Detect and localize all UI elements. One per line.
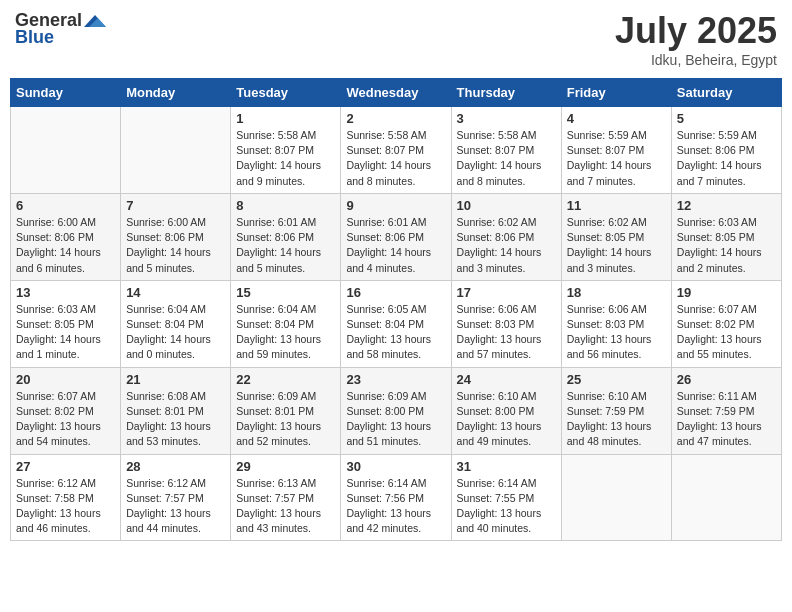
day-info: Sunrise: 6:03 AMSunset: 8:05 PMDaylight:… [677, 215, 776, 276]
day-info: Sunrise: 6:14 AMSunset: 7:55 PMDaylight:… [457, 476, 556, 537]
calendar-cell: 18Sunrise: 6:06 AMSunset: 8:03 PMDayligh… [561, 280, 671, 367]
calendar-cell [11, 107, 121, 194]
day-number: 15 [236, 285, 335, 300]
calendar-cell [561, 454, 671, 541]
day-number: 7 [126, 198, 225, 213]
day-info: Sunrise: 6:09 AMSunset: 8:01 PMDaylight:… [236, 389, 335, 450]
day-info: Sunrise: 5:59 AMSunset: 8:07 PMDaylight:… [567, 128, 666, 189]
calendar-week-row: 20Sunrise: 6:07 AMSunset: 8:02 PMDayligh… [11, 367, 782, 454]
calendar-cell: 4Sunrise: 5:59 AMSunset: 8:07 PMDaylight… [561, 107, 671, 194]
calendar-cell: 16Sunrise: 6:05 AMSunset: 8:04 PMDayligh… [341, 280, 451, 367]
day-info: Sunrise: 6:14 AMSunset: 7:56 PMDaylight:… [346, 476, 445, 537]
day-number: 2 [346, 111, 445, 126]
calendar-cell: 30Sunrise: 6:14 AMSunset: 7:56 PMDayligh… [341, 454, 451, 541]
weekday-header-wednesday: Wednesday [341, 79, 451, 107]
calendar-cell: 8Sunrise: 6:01 AMSunset: 8:06 PMDaylight… [231, 193, 341, 280]
day-number: 12 [677, 198, 776, 213]
calendar-cell: 13Sunrise: 6:03 AMSunset: 8:05 PMDayligh… [11, 280, 121, 367]
calendar-cell: 25Sunrise: 6:10 AMSunset: 7:59 PMDayligh… [561, 367, 671, 454]
calendar-cell: 26Sunrise: 6:11 AMSunset: 7:59 PMDayligh… [671, 367, 781, 454]
day-info: Sunrise: 6:06 AMSunset: 8:03 PMDaylight:… [567, 302, 666, 363]
day-number: 10 [457, 198, 556, 213]
calendar-cell: 19Sunrise: 6:07 AMSunset: 8:02 PMDayligh… [671, 280, 781, 367]
day-number: 19 [677, 285, 776, 300]
calendar-cell: 31Sunrise: 6:14 AMSunset: 7:55 PMDayligh… [451, 454, 561, 541]
day-info: Sunrise: 6:02 AMSunset: 8:06 PMDaylight:… [457, 215, 556, 276]
day-info: Sunrise: 5:58 AMSunset: 8:07 PMDaylight:… [457, 128, 556, 189]
calendar-cell [121, 107, 231, 194]
day-number: 27 [16, 459, 115, 474]
day-info: Sunrise: 6:08 AMSunset: 8:01 PMDaylight:… [126, 389, 225, 450]
day-info: Sunrise: 6:00 AMSunset: 8:06 PMDaylight:… [16, 215, 115, 276]
day-info: Sunrise: 6:02 AMSunset: 8:05 PMDaylight:… [567, 215, 666, 276]
calendar-cell: 2Sunrise: 5:58 AMSunset: 8:07 PMDaylight… [341, 107, 451, 194]
day-info: Sunrise: 6:04 AMSunset: 8:04 PMDaylight:… [126, 302, 225, 363]
calendar-week-row: 27Sunrise: 6:12 AMSunset: 7:58 PMDayligh… [11, 454, 782, 541]
calendar-week-row: 6Sunrise: 6:00 AMSunset: 8:06 PMDaylight… [11, 193, 782, 280]
calendar-cell: 9Sunrise: 6:01 AMSunset: 8:06 PMDaylight… [341, 193, 451, 280]
day-number: 14 [126, 285, 225, 300]
day-info: Sunrise: 6:13 AMSunset: 7:57 PMDaylight:… [236, 476, 335, 537]
location: Idku, Beheira, Egypt [615, 52, 777, 68]
day-info: Sunrise: 6:12 AMSunset: 7:57 PMDaylight:… [126, 476, 225, 537]
calendar-cell: 1Sunrise: 5:58 AMSunset: 8:07 PMDaylight… [231, 107, 341, 194]
weekday-header-saturday: Saturday [671, 79, 781, 107]
day-number: 18 [567, 285, 666, 300]
day-info: Sunrise: 6:10 AMSunset: 7:59 PMDaylight:… [567, 389, 666, 450]
day-number: 28 [126, 459, 225, 474]
calendar-cell: 21Sunrise: 6:08 AMSunset: 8:01 PMDayligh… [121, 367, 231, 454]
calendar-cell: 28Sunrise: 6:12 AMSunset: 7:57 PMDayligh… [121, 454, 231, 541]
logo-icon [84, 13, 106, 29]
day-info: Sunrise: 6:04 AMSunset: 8:04 PMDaylight:… [236, 302, 335, 363]
calendar-week-row: 13Sunrise: 6:03 AMSunset: 8:05 PMDayligh… [11, 280, 782, 367]
day-info: Sunrise: 6:03 AMSunset: 8:05 PMDaylight:… [16, 302, 115, 363]
day-info: Sunrise: 6:07 AMSunset: 8:02 PMDaylight:… [16, 389, 115, 450]
day-number: 25 [567, 372, 666, 387]
calendar-cell: 23Sunrise: 6:09 AMSunset: 8:00 PMDayligh… [341, 367, 451, 454]
day-number: 5 [677, 111, 776, 126]
calendar-cell: 14Sunrise: 6:04 AMSunset: 8:04 PMDayligh… [121, 280, 231, 367]
page-header: General Blue July 2025 Idku, Beheira, Eg… [10, 10, 782, 68]
calendar-cell: 29Sunrise: 6:13 AMSunset: 7:57 PMDayligh… [231, 454, 341, 541]
calendar-cell [671, 454, 781, 541]
calendar-cell: 5Sunrise: 5:59 AMSunset: 8:06 PMDaylight… [671, 107, 781, 194]
day-number: 17 [457, 285, 556, 300]
day-info: Sunrise: 5:58 AMSunset: 8:07 PMDaylight:… [236, 128, 335, 189]
weekday-header-row: SundayMondayTuesdayWednesdayThursdayFrid… [11, 79, 782, 107]
calendar-cell: 20Sunrise: 6:07 AMSunset: 8:02 PMDayligh… [11, 367, 121, 454]
calendar-cell: 10Sunrise: 6:02 AMSunset: 8:06 PMDayligh… [451, 193, 561, 280]
day-number: 26 [677, 372, 776, 387]
day-info: Sunrise: 6:00 AMSunset: 8:06 PMDaylight:… [126, 215, 225, 276]
calendar-cell: 7Sunrise: 6:00 AMSunset: 8:06 PMDaylight… [121, 193, 231, 280]
day-info: Sunrise: 6:12 AMSunset: 7:58 PMDaylight:… [16, 476, 115, 537]
calendar-cell: 27Sunrise: 6:12 AMSunset: 7:58 PMDayligh… [11, 454, 121, 541]
day-info: Sunrise: 5:59 AMSunset: 8:06 PMDaylight:… [677, 128, 776, 189]
day-info: Sunrise: 6:01 AMSunset: 8:06 PMDaylight:… [236, 215, 335, 276]
day-info: Sunrise: 6:06 AMSunset: 8:03 PMDaylight:… [457, 302, 556, 363]
title-section: July 2025 Idku, Beheira, Egypt [615, 10, 777, 68]
calendar-cell: 24Sunrise: 6:10 AMSunset: 8:00 PMDayligh… [451, 367, 561, 454]
day-number: 3 [457, 111, 556, 126]
logo-blue: Blue [15, 27, 54, 48]
day-info: Sunrise: 6:09 AMSunset: 8:00 PMDaylight:… [346, 389, 445, 450]
month-title: July 2025 [615, 10, 777, 52]
day-number: 31 [457, 459, 556, 474]
weekday-header-friday: Friday [561, 79, 671, 107]
day-number: 6 [16, 198, 115, 213]
logo: General Blue [15, 10, 108, 48]
day-info: Sunrise: 6:01 AMSunset: 8:06 PMDaylight:… [346, 215, 445, 276]
day-number: 21 [126, 372, 225, 387]
calendar-cell: 22Sunrise: 6:09 AMSunset: 8:01 PMDayligh… [231, 367, 341, 454]
calendar-cell: 15Sunrise: 6:04 AMSunset: 8:04 PMDayligh… [231, 280, 341, 367]
weekday-header-thursday: Thursday [451, 79, 561, 107]
day-number: 16 [346, 285, 445, 300]
day-number: 9 [346, 198, 445, 213]
day-number: 20 [16, 372, 115, 387]
day-number: 24 [457, 372, 556, 387]
day-number: 29 [236, 459, 335, 474]
day-number: 30 [346, 459, 445, 474]
day-info: Sunrise: 6:05 AMSunset: 8:04 PMDaylight:… [346, 302, 445, 363]
day-number: 22 [236, 372, 335, 387]
weekday-header-tuesday: Tuesday [231, 79, 341, 107]
day-number: 8 [236, 198, 335, 213]
